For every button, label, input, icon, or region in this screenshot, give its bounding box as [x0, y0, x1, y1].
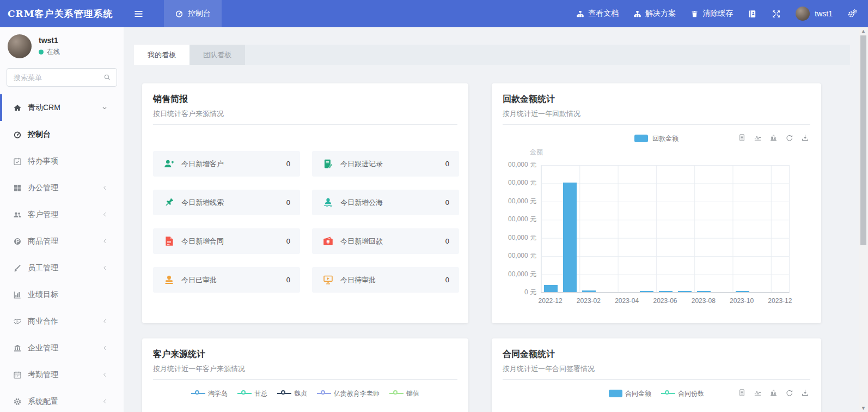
legend-label[interactable]: 回款金额 [652, 134, 678, 143]
divider [153, 379, 457, 380]
stat-new-customers[interactable]: 今日新增客户 0 [153, 151, 300, 177]
main-content: 我的看板 团队看板 销售简报 按日统计客户来源情况 今日新增客户 0 今日跟进记… [124, 27, 859, 412]
handshake-icon [13, 317, 22, 326]
sidebar-item-product-mgmt[interactable]: 商品管理 [0, 228, 124, 255]
legend-item[interactable]: 魏贞 [277, 389, 307, 398]
vertical-scrollbar: ▲ ▼ [859, 27, 868, 412]
stat-value: 0 [286, 198, 290, 207]
line-chart-icon[interactable] [754, 134, 762, 142]
scrollbar-thumb[interactable] [860, 35, 866, 245]
scroll-down-arrow[interactable]: ▼ [859, 404, 868, 412]
sidebar-item-system-config[interactable]: 系统配置 [0, 388, 124, 412]
stat-label: 今日新增公海 [340, 198, 383, 208]
line-marker-icon [389, 390, 404, 397]
view-docs-link[interactable]: 查看文档 [576, 9, 619, 19]
legend-item[interactable]: 合同份数 [661, 389, 704, 398]
y-axis-tick: 00,000 元 [508, 160, 536, 169]
sidebar-item-label: 企业管理 [28, 343, 102, 353]
legend-label: 合同份数 [678, 389, 704, 398]
bar-2023-08 [697, 291, 711, 292]
stat-pending-approval[interactable]: 今日待审批 0 [312, 267, 459, 293]
stat-new-public-sea[interactable]: 今日新增公海 0 [312, 190, 459, 215]
clear-cache-link[interactable]: 清除缓存 [690, 9, 733, 19]
stat-followup-records[interactable]: 今日跟进记录 0 [312, 151, 459, 177]
sidebar-item-console[interactable]: 控制台 [0, 121, 124, 148]
stat-value: 0 [286, 276, 290, 284]
sidebar-item-enterprise-mgmt[interactable]: 企业管理 [0, 335, 124, 361]
data-view-icon[interactable] [738, 389, 746, 397]
sidebar-item-qingdong-crm[interactable]: 青动CRM [0, 94, 124, 121]
legend-item[interactable]: 淘学岛 [191, 389, 228, 398]
legend-item[interactable]: 合同金额 [609, 389, 651, 398]
contract-file-icon [163, 235, 175, 247]
chevron-left-icon [102, 211, 108, 217]
download-icon[interactable] [801, 389, 809, 397]
sidebar-toggle-button[interactable] [124, 0, 153, 27]
settings-button[interactable] [847, 9, 857, 19]
stat-new-contracts[interactable]: 今日新增合同 0 [153, 228, 300, 254]
sidebar-item-attendance-mgmt[interactable]: 考勤管理 [0, 361, 124, 388]
navbar-username: twst1 [815, 9, 833, 18]
calendar-icon [13, 371, 22, 379]
bar-chart-icon[interactable] [769, 134, 778, 142]
chart-bar-icon [13, 290, 22, 299]
avatar [8, 34, 32, 58]
trash-icon [690, 10, 699, 18]
solutions-link[interactable]: 解决方案 [633, 9, 676, 19]
sidebar-item-business-coop[interactable]: 商业合作 [0, 308, 124, 335]
address-book-button[interactable] [748, 9, 757, 19]
sidebar-item-label: 青动CRM [28, 103, 101, 113]
tab-my-board[interactable]: 我的看板 [134, 45, 190, 65]
navbar-user-menu[interactable]: twst1 [796, 7, 833, 21]
legend-item[interactable]: 亿贵教育李老师 [317, 389, 380, 398]
sidebar-item-label: 客户管理 [28, 210, 102, 220]
bar-2022-12 [544, 285, 558, 292]
sidebar-user-panel[interactable]: twst1 在线 [0, 27, 124, 64]
download-icon[interactable] [801, 134, 809, 142]
divider [153, 124, 457, 125]
receipt-chart-plot [541, 165, 790, 293]
y-axis-tick: 00,000 元 [508, 178, 536, 187]
line-chart-icon[interactable] [754, 389, 762, 397]
data-view-icon[interactable] [738, 134, 746, 142]
legend-item[interactable]: 键值 [389, 389, 419, 398]
sidebar-item-staff-mgmt[interactable]: 员工管理 [0, 255, 124, 281]
sidebar-item-todo[interactable]: 待办事项 [0, 148, 124, 174]
user-status: 在线 [39, 47, 60, 57]
search-icon[interactable] [103, 73, 111, 81]
chevron-left-icon [102, 185, 108, 191]
fullscreen-button[interactable] [772, 9, 781, 19]
stat-label: 今日新增客户 [181, 159, 224, 169]
search-input[interactable] [7, 68, 117, 87]
card-subtitle: 按月统计近一年客户来源情况 [153, 364, 457, 374]
sidebar-item-customer-mgmt[interactable]: 客户管理 [0, 201, 124, 228]
refresh-icon[interactable] [785, 134, 793, 142]
stat-new-leads[interactable]: 今日新增线索 0 [153, 190, 300, 215]
sidebar-username: twst1 [39, 36, 60, 45]
y-axis-name: 金额 [530, 148, 543, 157]
navbar-tab-console[interactable]: 控制台 [164, 0, 222, 27]
fullscreen-expand-icon [772, 9, 781, 19]
y-axis-tick: 00,000 元 [508, 270, 536, 279]
stat-new-receipts[interactable]: 今日新增回款 0 [312, 228, 459, 254]
sidebar-item-performance-target[interactable]: 业绩目标 [0, 281, 124, 308]
legend-label: 甘总 [254, 389, 267, 398]
stat-approved-today[interactable]: 今日已审批 0 [153, 267, 300, 293]
user-plus-icon [163, 158, 175, 169]
avatar [796, 7, 810, 21]
line-marker-icon [191, 390, 205, 397]
stat-value: 0 [445, 237, 449, 245]
legend-swatch[interactable] [634, 135, 648, 142]
sidebar-item-label: 待办事项 [28, 156, 114, 166]
legend-item[interactable]: 甘总 [237, 389, 267, 398]
card-sales-brief: 销售简报 按日统计客户来源情况 今日新增客户 0 今日跟进记录 0 今日新增线索… [142, 83, 468, 323]
scroll-up-arrow[interactable]: ▲ [859, 27, 868, 35]
chevron-left-icon [102, 372, 108, 378]
card-title: 客户来源统计 [153, 338, 457, 360]
legend-label: 键值 [406, 389, 419, 398]
tab-team-board[interactable]: 团队看板 [190, 45, 245, 65]
sidebar-item-office-mgmt[interactable]: 办公管理 [0, 174, 124, 201]
bar-chart-icon[interactable] [769, 389, 778, 397]
sitemap-icon [633, 10, 641, 18]
refresh-icon[interactable] [785, 389, 793, 397]
